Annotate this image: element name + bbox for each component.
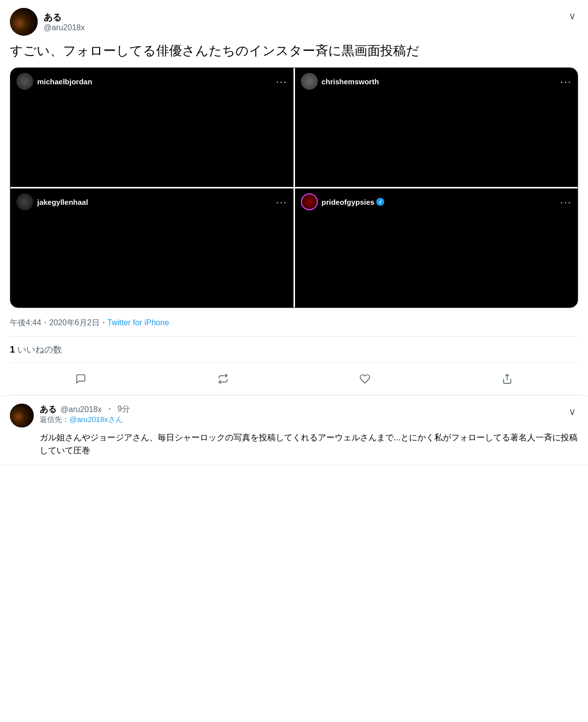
avatar-image xyxy=(10,8,38,36)
reply-icon xyxy=(75,373,86,384)
user-name: ある xyxy=(44,11,85,23)
reply-avatar-image xyxy=(10,404,34,427)
ig-avatar-2 xyxy=(301,73,318,90)
ig-header-4: prideofgypsies ··· xyxy=(295,188,578,215)
reply-to-handle-link[interactable]: @aru2018xさん xyxy=(69,415,123,423)
ig-avatar-1 xyxy=(16,73,33,90)
ig-header-3: jakegyllenhaal ··· xyxy=(10,188,294,215)
ig-avatar-3 xyxy=(16,193,33,210)
ig-dots-1[interactable]: ··· xyxy=(276,76,288,87)
reply-to-label: 返信先：@aru2018xさん xyxy=(40,415,130,424)
reply-time: ・ xyxy=(106,404,114,415)
action-bar xyxy=(10,363,578,395)
like-button[interactable] xyxy=(353,367,377,391)
tweet-source-link[interactable]: Twitter for iPhone xyxy=(108,318,170,327)
avatar[interactable] xyxy=(10,8,38,36)
share-button[interactable] xyxy=(495,367,519,391)
reply-header-left: ある @aru2018x ・ 9分 返信先：@aru2018xさん xyxy=(10,404,130,427)
ig-cell-3[interactable]: jakegyllenhaal ··· xyxy=(10,188,294,307)
verified-badge-icon xyxy=(376,198,384,206)
reply-text: ガル姐さんやジョージアさん、毎日シャーロックの写真を投稿してくれるアーウェルさん… xyxy=(40,431,578,457)
reply-chevron-icon[interactable]: ∨ xyxy=(567,404,578,420)
ig-username-2: chrishemsworth xyxy=(322,77,379,86)
ig-dots-3[interactable]: ··· xyxy=(276,196,288,208)
reply-header: ある @aru2018x ・ 9分 返信先：@aru2018xさん ∨ xyxy=(10,404,578,427)
ig-username-row-4: prideofgypsies xyxy=(322,198,385,206)
likes-label: いいねの数 xyxy=(17,345,62,355)
chevron-down-icon[interactable]: ∨ xyxy=(567,8,578,24)
reply-name-row: ある @aru2018x ・ 9分 xyxy=(40,404,130,415)
retweet-button[interactable] xyxy=(211,367,235,391)
reply-to-prefix: 返信先： xyxy=(40,415,69,423)
share-icon xyxy=(502,373,513,384)
tweet-header: ある @aru2018x ∨ xyxy=(10,8,578,36)
tweet-meta: 午後4:44・2020年6月2日・Twitter for iPhone xyxy=(10,316,578,328)
ig-user-info-3: jakegyllenhaal xyxy=(16,193,88,210)
ig-cell-1[interactable]: michaelbjordan ··· xyxy=(10,68,294,187)
ig-cell-2[interactable]: chrishemsworth ··· xyxy=(295,68,578,187)
ig-avatar-4 xyxy=(301,193,318,210)
tweet-time: 午後4:44・2020年6月2日・ xyxy=(10,318,108,327)
reply-user-name: ある xyxy=(40,404,57,415)
reply-time-value: 9分 xyxy=(118,404,130,415)
reply-user-info: ある @aru2018x ・ 9分 返信先：@aru2018xさん xyxy=(40,404,130,427)
ig-username-1: michaelbjordan xyxy=(37,77,92,86)
likes-count: 1 xyxy=(10,345,15,355)
tweet-header-left: ある @aru2018x xyxy=(10,8,85,36)
ig-username-3: jakegyllenhaal xyxy=(37,198,88,206)
reply-tweet: ある @aru2018x ・ 9分 返信先：@aru2018xさん ∨ ガル姐さ… xyxy=(0,396,588,465)
ig-header-1: michaelbjordan ··· xyxy=(10,68,294,95)
reply-avatar[interactable] xyxy=(10,404,34,427)
ig-dots-4[interactable]: ··· xyxy=(560,196,572,208)
ig-user-info-1: michaelbjordan xyxy=(16,73,92,90)
main-tweet: ある @aru2018x ∨ すごい、フォローしてる俳優さんたちのインスター斉に… xyxy=(0,0,588,396)
retweet-icon xyxy=(218,373,229,384)
user-handle: @aru2018x xyxy=(44,23,85,32)
ig-user-info-2: chrishemsworth xyxy=(301,73,379,90)
user-info: ある @aru2018x xyxy=(44,11,85,32)
ig-cell-4[interactable]: prideofgypsies ··· xyxy=(295,188,578,307)
reply-button[interactable] xyxy=(69,367,93,391)
likes-section: 1 いいねの数 xyxy=(10,336,578,363)
ig-username-4: prideofgypsies xyxy=(322,198,375,206)
reply-user-handle: @aru2018x xyxy=(60,405,102,414)
ig-dots-2[interactable]: ··· xyxy=(560,76,572,87)
ig-user-info-4: prideofgypsies xyxy=(301,193,385,210)
heart-icon xyxy=(359,373,370,384)
ig-header-2: chrishemsworth ··· xyxy=(295,68,578,95)
instagram-grid: michaelbjordan ··· chrishemsworth ··· ja… xyxy=(10,67,578,308)
tweet-text: すごい、フォローしてる俳優さんたちのインスター斉に黒画面投稿だ xyxy=(10,42,578,60)
